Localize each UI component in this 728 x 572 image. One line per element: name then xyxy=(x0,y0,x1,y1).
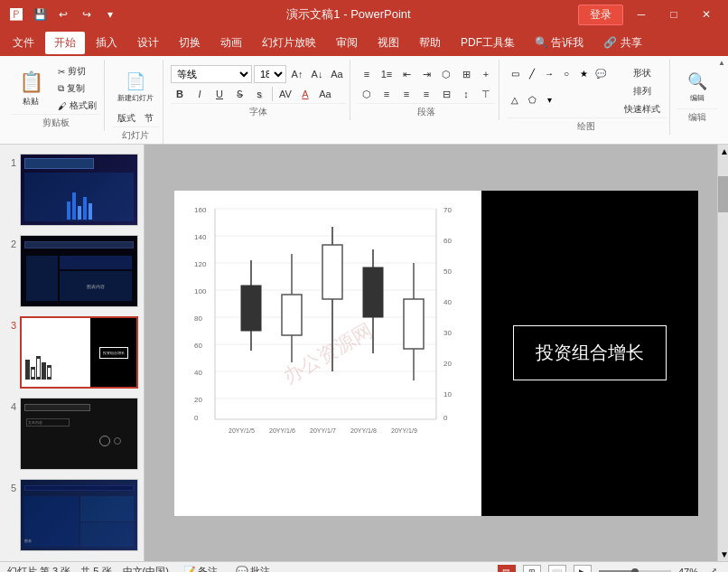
svg-text:10: 10 xyxy=(443,390,452,399)
slide-image-4[interactable]: 文本内容 xyxy=(20,398,138,470)
menu-share[interactable]: 🔗 共享 xyxy=(594,32,650,54)
underline-button[interactable]: U xyxy=(210,85,229,103)
customize-icon[interactable]: ▾ xyxy=(101,5,119,23)
menu-slideshow[interactable]: 幻灯片放映 xyxy=(253,32,325,54)
slide-thumb-4[interactable]: 4 文本内容 xyxy=(4,396,140,472)
slide-thumb-2[interactable]: 2 图表内容 xyxy=(4,233,140,309)
columns-button[interactable]: ⊟ xyxy=(437,85,455,103)
align-center-button[interactable]: ≡ xyxy=(378,85,396,103)
close-button[interactable]: ✕ xyxy=(692,0,721,29)
menu-help[interactable]: 帮助 xyxy=(410,32,450,54)
menu-pdf[interactable]: PDF工具集 xyxy=(452,32,524,54)
maximize-button[interactable]: □ xyxy=(659,0,688,29)
arrow-shape[interactable]: → xyxy=(541,65,557,81)
font-decrease-button[interactable]: A↓ xyxy=(308,65,326,83)
main-area: 1 2 xyxy=(0,145,728,561)
font-color-button[interactable]: A xyxy=(296,85,314,103)
normal-view-button[interactable]: ▤ xyxy=(498,565,516,573)
section-button[interactable]: 节 xyxy=(141,110,157,127)
char-spacing-button[interactable]: AV xyxy=(276,85,294,103)
clipboard-small-buttons: ✂ 剪切 ⧉ 复制 🖌 格式刷 xyxy=(54,63,100,114)
canvas-area: 办公资源网 160 140 120 100 80 60 40 20 0 70 6… xyxy=(145,145,728,561)
justify-button[interactable]: ≡ xyxy=(417,85,435,103)
scroll-down-button[interactable]: ▼ xyxy=(718,548,728,561)
oval-shape[interactable]: ○ xyxy=(558,65,574,81)
slideshow-button[interactable]: ▶ xyxy=(574,565,592,573)
slide-thumb-1[interactable]: 1 xyxy=(4,152,140,228)
decrease-indent-button[interactable]: ⇤ xyxy=(397,65,415,83)
align-right-button[interactable]: ≡ xyxy=(397,85,415,103)
italic-button[interactable]: I xyxy=(191,85,209,103)
comments-button[interactable]: 💬 批注 xyxy=(232,564,274,572)
menu-file[interactable]: 文件 xyxy=(4,32,43,54)
add-col-button[interactable]: + xyxy=(477,65,495,83)
slide-thumb-5[interactable]: 5 图表 xyxy=(4,477,140,553)
font-increase-button[interactable]: A↑ xyxy=(288,65,306,83)
redo-icon[interactable]: ↪ xyxy=(78,5,96,23)
edit-button[interactable]: 🔍 编辑 xyxy=(677,65,717,108)
slide-image-1[interactable] xyxy=(20,154,138,226)
font-size-label-button[interactable]: Aa xyxy=(316,85,334,103)
vertical-scrollbar[interactable]: ▲ ▼ xyxy=(717,145,728,561)
paste-button[interactable]: 📋 粘贴 xyxy=(11,63,51,114)
clipboard-section: 📋 粘贴 ✂ 剪切 ⧉ 复制 🖌 格式刷 xyxy=(7,60,105,131)
callout-shape[interactable]: 💬 xyxy=(593,65,609,81)
scroll-up-button[interactable]: ▲ xyxy=(718,145,728,158)
clipboard-content: 📋 粘贴 ✂ 剪切 ⧉ 复制 🖌 格式刷 xyxy=(11,63,100,131)
scroll-thumb[interactable] xyxy=(718,176,728,212)
menu-view[interactable]: 视图 xyxy=(369,32,408,54)
notes-button[interactable]: 📝 备注 xyxy=(180,564,221,572)
quick-style-button[interactable]: 快速样式 xyxy=(619,101,666,117)
font-size-select[interactable]: 18 xyxy=(254,65,286,83)
new-slide-button[interactable]: 📄 新建幻灯片 xyxy=(112,65,159,108)
paragraph-label: 段落 xyxy=(358,103,495,120)
cut-button[interactable]: ✂ 剪切 xyxy=(54,63,100,80)
save-icon[interactable]: 💾 xyxy=(31,5,49,23)
menu-transitions[interactable]: 切换 xyxy=(170,32,210,54)
more-shapes[interactable]: ▾ xyxy=(541,92,557,108)
format-painter-button[interactable]: 🖌 格式刷 xyxy=(54,98,100,114)
smartart-button[interactable]: ⬡ xyxy=(437,65,455,83)
layout-button[interactable]: 版式 xyxy=(114,110,139,127)
text-shadow-button[interactable]: s xyxy=(250,85,268,103)
slide-image-3[interactable]: 投资组合增长 xyxy=(20,316,138,389)
slide-sorter-button[interactable]: ⊞ xyxy=(523,565,541,573)
copy-button[interactable]: ⧉ 复制 xyxy=(54,80,100,97)
menu-animations[interactable]: 动画 xyxy=(211,32,251,54)
minimize-button[interactable]: ─ xyxy=(627,0,656,29)
arrange-button[interactable]: 排列 xyxy=(619,83,666,99)
edit-section: 🔍 编辑 编辑 xyxy=(674,60,721,126)
align-text-button[interactable]: ⊤ xyxy=(477,85,495,103)
menu-design[interactable]: 设计 xyxy=(128,32,168,54)
zoom-handle[interactable] xyxy=(631,568,639,573)
triangle-shape[interactable]: △ xyxy=(507,92,523,108)
strikethrough-button[interactable]: S̶ xyxy=(230,85,248,103)
slide-thumb-3[interactable]: 3 xyxy=(4,314,140,390)
login-button[interactable]: 登录 xyxy=(578,5,623,25)
line-shape[interactable]: ╱ xyxy=(524,65,540,81)
align-left-button[interactable]: ⬡ xyxy=(358,85,376,103)
slide-image-2[interactable]: 图表内容 xyxy=(20,235,138,307)
slide-canvas[interactable]: 办公资源网 160 140 120 100 80 60 40 20 0 70 6… xyxy=(174,191,698,516)
slide-image-5[interactable]: 图表 xyxy=(20,479,138,551)
menu-search[interactable]: 🔍 告诉我 xyxy=(526,32,593,54)
numbering-button[interactable]: 1≡ xyxy=(378,65,396,83)
pentagon-shape[interactable]: ⬠ xyxy=(524,92,540,108)
shape-button[interactable]: 形状 xyxy=(619,65,666,81)
ribbon-collapse-button[interactable]: ▲ xyxy=(715,56,728,69)
fit-to-window-button[interactable]: ⤢ xyxy=(705,565,721,572)
font-family-select[interactable]: 等线 xyxy=(171,65,252,83)
star-shape[interactable]: ★ xyxy=(575,65,592,81)
menu-review[interactable]: 审阅 xyxy=(327,32,367,54)
rect-shape[interactable]: ▭ xyxy=(507,65,523,81)
menu-insert[interactable]: 插入 xyxy=(87,32,126,54)
bullets-button[interactable]: ≡ xyxy=(358,65,376,83)
convert-to-col-button[interactable]: ⊞ xyxy=(457,65,475,83)
increase-indent-button[interactable]: ⇥ xyxy=(417,65,435,83)
undo-icon[interactable]: ↩ xyxy=(54,5,72,23)
menu-home[interactable]: 开始 xyxy=(45,32,85,54)
text-direction-button[interactable]: ↕ xyxy=(457,85,475,103)
bold-button[interactable]: B xyxy=(171,85,189,103)
clear-format-button[interactable]: Aa xyxy=(328,65,346,83)
reading-view-button[interactable]: 📖 xyxy=(548,565,566,573)
